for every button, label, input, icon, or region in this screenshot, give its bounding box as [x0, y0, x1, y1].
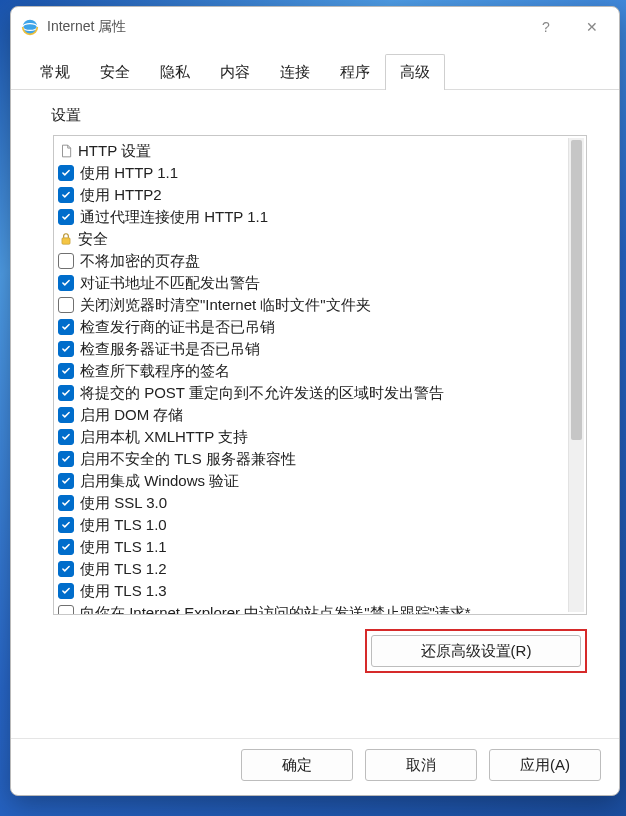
checkbox[interactable]: [58, 209, 74, 225]
checkbox[interactable]: [58, 561, 74, 577]
checkbox[interactable]: [58, 605, 74, 614]
dialog-body: 设置 HTTP 设置使用 HTTP 1.1使用 HTTP2通过代理连接使用 HT…: [11, 90, 619, 738]
tree-item[interactable]: 启用不安全的 TLS 服务器兼容性: [58, 448, 564, 470]
tree-item-label: 使用 HTTP2: [80, 186, 162, 205]
scrollbar-thumb[interactable]: [571, 140, 582, 440]
checkbox[interactable]: [58, 187, 74, 203]
tree-item-label: 使用 HTTP 1.1: [80, 164, 178, 183]
tab-strip: 常规安全隐私内容连接程序高级: [11, 47, 619, 90]
checkbox[interactable]: [58, 517, 74, 533]
checkbox[interactable]: [58, 451, 74, 467]
checkbox[interactable]: [58, 253, 74, 269]
checkbox[interactable]: [58, 341, 74, 357]
tree-item[interactable]: 对证书地址不匹配发出警告: [58, 272, 564, 294]
tab-4[interactable]: 连接: [265, 54, 325, 90]
tree-item[interactable]: 关闭浏览器时清空"Internet 临时文件"文件夹: [58, 294, 564, 316]
tree-item[interactable]: 使用 HTTP2: [58, 184, 564, 206]
tree-item[interactable]: 使用 SSL 3.0: [58, 492, 564, 514]
tree-item-label: 使用 TLS 1.3: [80, 582, 167, 601]
tree-item-label: 使用 SSL 3.0: [80, 494, 167, 513]
tree-item-label: 不将加密的页存盘: [80, 252, 200, 271]
checkbox[interactable]: [58, 297, 74, 313]
page-icon: [58, 144, 74, 158]
tree-item[interactable]: 向你在 Internet Explorer 中访问的站点发送"禁止跟踪"请求*: [58, 602, 564, 614]
settings-tree-viewport[interactable]: HTTP 设置使用 HTTP 1.1使用 HTTP2通过代理连接使用 HTTP …: [54, 136, 586, 614]
checkbox[interactable]: [58, 407, 74, 423]
settings-tree: HTTP 设置使用 HTTP 1.1使用 HTTP2通过代理连接使用 HTTP …: [58, 140, 564, 614]
tab-0[interactable]: 常规: [25, 54, 85, 90]
restore-row: 还原高级设置(R): [35, 615, 597, 673]
checkbox[interactable]: [58, 385, 74, 401]
tree-item[interactable]: 使用 TLS 1.0: [58, 514, 564, 536]
tree-item-label: 启用本机 XMLHTTP 支持: [80, 428, 248, 447]
tree-item[interactable]: 不将加密的页存盘: [58, 250, 564, 272]
close-button[interactable]: ✕: [569, 11, 615, 43]
svg-rect-2: [62, 238, 70, 244]
restore-highlight: 还原高级设置(R): [365, 629, 587, 673]
dialog-window: Internet 属性 ? ✕ 常规安全隐私内容连接程序高级 设置 HTTP 设…: [10, 6, 620, 796]
tree-item[interactable]: 将提交的 POST 重定向到不允许发送的区域时发出警告: [58, 382, 564, 404]
tree-item[interactable]: 检查服务器证书是否已吊销: [58, 338, 564, 360]
tree-item[interactable]: 启用 DOM 存储: [58, 404, 564, 426]
checkbox[interactable]: [58, 583, 74, 599]
tab-1[interactable]: 安全: [85, 54, 145, 90]
tree-group-label: 安全: [78, 230, 108, 249]
tree-item[interactable]: 使用 TLS 1.2: [58, 558, 564, 580]
tree-group[interactable]: HTTP 设置: [58, 140, 564, 162]
tree-item-label: 检查发行商的证书是否已吊销: [80, 318, 275, 337]
window-title: Internet 属性: [47, 18, 523, 36]
tree-item-label: 启用不安全的 TLS 服务器兼容性: [80, 450, 296, 469]
tree-item[interactable]: 使用 TLS 1.3: [58, 580, 564, 602]
tree-item-label: 使用 TLS 1.2: [80, 560, 167, 579]
app-icon: [21, 18, 39, 36]
tree-item[interactable]: 使用 HTTP 1.1: [58, 162, 564, 184]
tab-5[interactable]: 程序: [325, 54, 385, 90]
tree-item-label: 将提交的 POST 重定向到不允许发送的区域时发出警告: [80, 384, 444, 403]
tree-item-label: 启用 DOM 存储: [80, 406, 183, 425]
dialog-footer: 确定 取消 应用(A): [11, 738, 619, 795]
tree-item[interactable]: 启用本机 XMLHTTP 支持: [58, 426, 564, 448]
tree-item-label: 检查服务器证书是否已吊销: [80, 340, 260, 359]
body-spacer: [35, 673, 597, 738]
cancel-button[interactable]: 取消: [365, 749, 477, 781]
tree-item[interactable]: 通过代理连接使用 HTTP 1.1: [58, 206, 564, 228]
tab-2[interactable]: 隐私: [145, 54, 205, 90]
checkbox[interactable]: [58, 539, 74, 555]
tree-item-label: 向你在 Internet Explorer 中访问的站点发送"禁止跟踪"请求*: [80, 604, 471, 615]
tree-group[interactable]: 安全: [58, 228, 564, 250]
tree-group-label: HTTP 设置: [78, 142, 151, 161]
help-button[interactable]: ?: [523, 11, 569, 43]
tree-item-label: 关闭浏览器时清空"Internet 临时文件"文件夹: [80, 296, 371, 315]
tree-item-label: 通过代理连接使用 HTTP 1.1: [80, 208, 268, 227]
settings-tree-container: HTTP 设置使用 HTTP 1.1使用 HTTP2通过代理连接使用 HTTP …: [53, 135, 587, 615]
checkbox[interactable]: [58, 473, 74, 489]
titlebar: Internet 属性 ? ✕: [11, 7, 619, 47]
restore-advanced-button[interactable]: 还原高级设置(R): [371, 635, 581, 667]
settings-label: 设置: [51, 106, 597, 125]
tree-item-label: 对证书地址不匹配发出警告: [80, 274, 260, 293]
tree-item[interactable]: 检查所下载程序的签名: [58, 360, 564, 382]
checkbox[interactable]: [58, 165, 74, 181]
scrollbar[interactable]: [568, 138, 584, 612]
checkbox[interactable]: [58, 495, 74, 511]
tree-item-label: 检查所下载程序的签名: [80, 362, 230, 381]
tree-item-label: 使用 TLS 1.1: [80, 538, 167, 557]
lock-icon: [58, 232, 74, 246]
tree-item[interactable]: 启用集成 Windows 验证: [58, 470, 564, 492]
checkbox[interactable]: [58, 429, 74, 445]
tree-item-label: 启用集成 Windows 验证: [80, 472, 239, 491]
tab-3[interactable]: 内容: [205, 54, 265, 90]
tree-item[interactable]: 检查发行商的证书是否已吊销: [58, 316, 564, 338]
checkbox[interactable]: [58, 275, 74, 291]
checkbox[interactable]: [58, 319, 74, 335]
tree-item[interactable]: 使用 TLS 1.1: [58, 536, 564, 558]
apply-button[interactable]: 应用(A): [489, 749, 601, 781]
checkbox[interactable]: [58, 363, 74, 379]
tab-6[interactable]: 高级: [385, 54, 445, 90]
ok-button[interactable]: 确定: [241, 749, 353, 781]
tree-item-label: 使用 TLS 1.0: [80, 516, 167, 535]
